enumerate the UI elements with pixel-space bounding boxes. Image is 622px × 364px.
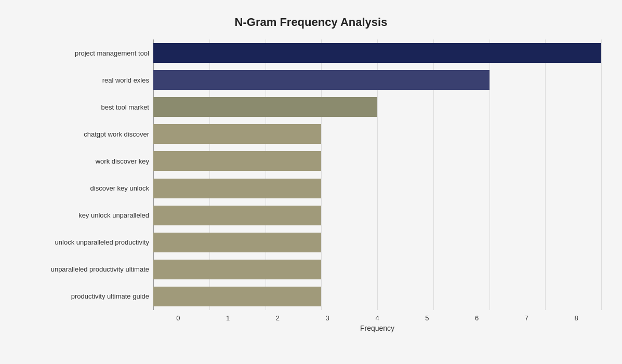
bar-row: [153, 149, 601, 173]
bar-row: [153, 68, 601, 92]
bar-row: [153, 230, 601, 255]
bar-row: [153, 95, 601, 119]
grid-line: [601, 39, 602, 310]
y-label: work discover key: [21, 147, 149, 174]
bar: [153, 43, 601, 63]
y-label: unparalleled productivity ultimate: [21, 256, 149, 283]
x-axis: 012345678: [153, 311, 601, 322]
bar: [153, 179, 321, 198]
bar: [153, 287, 321, 306]
bar: [153, 151, 321, 171]
bar-row: [153, 257, 601, 282]
plot-area: [153, 39, 601, 310]
y-label: best tool market: [21, 93, 149, 120]
bar: [153, 124, 321, 144]
bar: [153, 97, 377, 117]
x-tick: 4: [352, 314, 402, 322]
x-tick: 8: [551, 314, 601, 322]
bar-row: [153, 176, 601, 201]
x-tick: 3: [302, 314, 352, 322]
bar: [153, 206, 321, 225]
y-label: unlock unparalleled productivity: [21, 229, 149, 256]
chart-title: N-Gram Frequency Analysis: [21, 10, 601, 29]
bar-row: [153, 203, 601, 228]
chart-area: project management toolreal world exlesb…: [21, 39, 601, 310]
bars-section: project management toolreal world exlesb…: [21, 39, 601, 310]
x-tick: 1: [203, 314, 253, 322]
y-labels: project management toolreal world exlesb…: [21, 39, 153, 310]
bar-row: [153, 284, 601, 309]
y-label: productivity ultimate guide: [21, 283, 149, 310]
bar: [153, 233, 321, 252]
bar: [153, 70, 489, 90]
y-label: key unlock unparalleled: [21, 202, 149, 229]
x-axis-label: Frequency: [153, 324, 601, 332]
y-label: real world exles: [21, 66, 149, 93]
y-label: chatgpt work discover: [21, 120, 149, 147]
bar: [153, 260, 321, 279]
bar-row: [153, 122, 601, 146]
x-tick: 2: [253, 314, 303, 322]
x-tick: 6: [452, 314, 502, 322]
bottom-section: 012345678 Frequency: [21, 311, 601, 332]
chart-container: N-Gram Frequency Analysis project manage…: [0, 0, 622, 364]
y-label: discover key unlock: [21, 174, 149, 201]
bar-row: [153, 41, 601, 65]
x-tick: 0: [153, 314, 203, 322]
y-label: project management tool: [21, 39, 149, 66]
x-tick: 7: [501, 314, 551, 322]
x-tick: 5: [402, 314, 452, 322]
